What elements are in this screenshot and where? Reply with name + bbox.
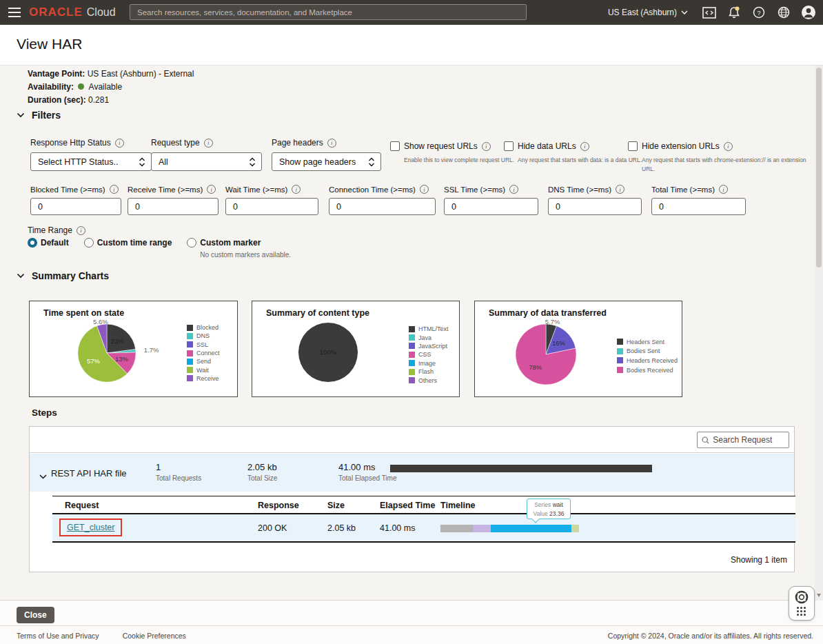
- request-link[interactable]: GET_cluster: [67, 523, 114, 532]
- info-icon[interactable]: i: [115, 139, 124, 148]
- code-editor-icon[interactable]: [700, 3, 718, 21]
- column-header-response[interactable]: Response: [258, 501, 299, 510]
- chart-card-time-spent-on-state: Time spent on state23%1.7%13%57%5.6%Bloc…: [29, 301, 238, 397]
- legend-item-blocked: Blocked: [187, 323, 220, 332]
- time-field-dns-time-ms: DNS Time (>=ms)i: [548, 185, 642, 215]
- filter-label-text: Request type: [151, 138, 200, 148]
- select-response-http-status[interactable]: Select HTTP Status..: [30, 152, 152, 171]
- legend-swatch: [409, 343, 415, 349]
- info-icon[interactable]: i: [509, 185, 518, 194]
- radio-option-custom-marker[interactable]: Custom markerNo custom markers available…: [187, 238, 261, 248]
- time-field-total-time-ms: Total Time (>=ms)i: [651, 185, 746, 215]
- time-range-label-row: Time Range i: [28, 225, 85, 235]
- info-icon[interactable]: i: [616, 185, 624, 194]
- legend-item-bodies-received: Bodies Received: [617, 365, 678, 375]
- har-group-row: REST API HAR file 1Total Requests2.05 kb…: [30, 454, 794, 492]
- help-icon[interactable]: ?: [750, 3, 768, 21]
- legend-swatch: [187, 350, 193, 356]
- legend-swatch: [617, 348, 623, 354]
- global-search-input[interactable]: [130, 4, 527, 20]
- info-icon[interactable]: i: [327, 139, 336, 148]
- legend-swatch: [617, 339, 623, 345]
- oracle-cloud-logo[interactable]: ORACLE Cloud: [29, 6, 116, 19]
- scrollbar-down-arrow[interactable]: [817, 594, 821, 597]
- input-wait-time-ms[interactable]: [225, 198, 318, 215]
- info-icon[interactable]: i: [77, 226, 85, 235]
- info-icon[interactable]: i: [292, 185, 301, 194]
- info-icon[interactable]: i: [482, 142, 491, 151]
- footer-link-terms-of-use-and-privacy[interactable]: Terms of Use and Privacy: [17, 632, 99, 640]
- select-request-type[interactable]: All: [151, 152, 262, 171]
- user-avatar-icon[interactable]: [800, 3, 817, 21]
- tooltip-value-value: 23.36: [549, 510, 564, 517]
- vertical-scrollbar[interactable]: [815, 66, 823, 601]
- page-footer: Terms of Use and PrivacyCookie Preferenc…: [0, 625, 823, 644]
- globe-language-icon[interactable]: [775, 3, 793, 21]
- info-icon[interactable]: i: [420, 185, 429, 194]
- help-launcher-button[interactable]: [789, 586, 815, 621]
- oracle-wordmark: ORACLE: [29, 6, 83, 19]
- search-request-input[interactable]: [713, 435, 784, 445]
- radio-custom-time-range[interactable]: [84, 238, 94, 248]
- input-total-time-ms[interactable]: [651, 198, 746, 215]
- filters-section-toggle[interactable]: Filters: [17, 110, 61, 121]
- time-field-label-text: SSL Time (>=ms): [444, 185, 505, 194]
- legend-item-css: CSS: [409, 350, 449, 359]
- radio-custom-marker[interactable]: [187, 238, 196, 248]
- checkbox-hide-data-urls[interactable]: [504, 141, 514, 151]
- column-header-elapsed-time[interactable]: Elapsed Time: [380, 501, 435, 510]
- column-header-timeline[interactable]: Timeline: [440, 501, 475, 510]
- availability-row: Availability: Available: [28, 82, 122, 92]
- region-selector[interactable]: US East (Ashburn): [602, 8, 693, 17]
- input-connection-time-ms[interactable]: [329, 198, 436, 215]
- hamburger-menu-icon[interactable]: [0, 0, 28, 25]
- main-content: Vantage Point: US East (Ashburn) - Exter…: [0, 66, 823, 601]
- top-navigation-bar: ORACLE Cloud US East (Ashburn) ?: [0, 0, 823, 25]
- column-header-request[interactable]: Request: [65, 501, 99, 510]
- select-page-headers[interactable]: Show page headers: [272, 152, 381, 171]
- availability-value: Available: [89, 82, 122, 92]
- radio-option-default[interactable]: Default: [28, 238, 69, 248]
- time-field-label: Wait Time (>=ms)i: [225, 185, 318, 194]
- filter-label: Page headersi: [272, 138, 381, 148]
- radio-option-custom-time-range[interactable]: Custom time range: [84, 238, 172, 248]
- info-icon[interactable]: i: [204, 139, 213, 148]
- checkbox-hide-extension-urls[interactable]: [628, 141, 638, 151]
- info-icon[interactable]: i: [110, 185, 119, 194]
- column-header-size[interactable]: Size: [327, 501, 345, 510]
- chevron-down-icon[interactable]: [39, 470, 47, 482]
- close-button[interactable]: Close: [17, 607, 54, 623]
- har-group-name[interactable]: REST API HAR file: [51, 468, 127, 479]
- legend-item-flash: Flash: [409, 368, 449, 376]
- info-icon[interactable]: i: [207, 185, 216, 194]
- select-spinner-icon: [249, 157, 256, 167]
- availability-label: Availability:: [28, 82, 74, 92]
- topbar-actions: US East (Ashburn) ?: [602, 0, 817, 25]
- input-ssl-time-ms[interactable]: [444, 198, 538, 215]
- input-receive-time-ms[interactable]: [128, 198, 219, 215]
- legend-item-send: Send: [187, 357, 220, 365]
- legend-label: Others: [418, 377, 437, 384]
- info-icon[interactable]: i: [724, 142, 733, 151]
- select-value: Show page headers: [279, 157, 368, 167]
- legend-item-others: Others: [409, 376, 449, 384]
- summary-charts-section-toggle[interactable]: Summary Charts: [17, 270, 109, 281]
- checkbox-show-request-urls[interactable]: [390, 141, 400, 151]
- input-dns-time-ms[interactable]: [548, 198, 642, 215]
- cloud-wordmark: Cloud: [87, 6, 116, 19]
- group-stat-value: 41.00 ms: [338, 462, 397, 472]
- info-icon[interactable]: i: [580, 142, 589, 151]
- notifications-bell-icon[interactable]: [725, 3, 743, 21]
- info-icon[interactable]: i: [719, 185, 728, 194]
- legend-item-wait: Wait: [187, 365, 220, 374]
- time-field-label: DNS Time (>=ms)i: [548, 185, 642, 194]
- scrollbar-thumb[interactable]: [816, 68, 822, 268]
- input-blocked-time-ms[interactable]: [30, 198, 121, 215]
- legend-label: Headers Sent: [627, 339, 664, 345]
- footer-link-cookie-preferences[interactable]: Cookie Preferences: [123, 632, 186, 640]
- radio-default[interactable]: [28, 238, 37, 248]
- chevron-down-icon: [17, 112, 25, 118]
- filter-label: Request typei: [151, 138, 262, 148]
- legend-swatch: [409, 334, 415, 341]
- page-title: View HAR: [17, 36, 82, 52]
